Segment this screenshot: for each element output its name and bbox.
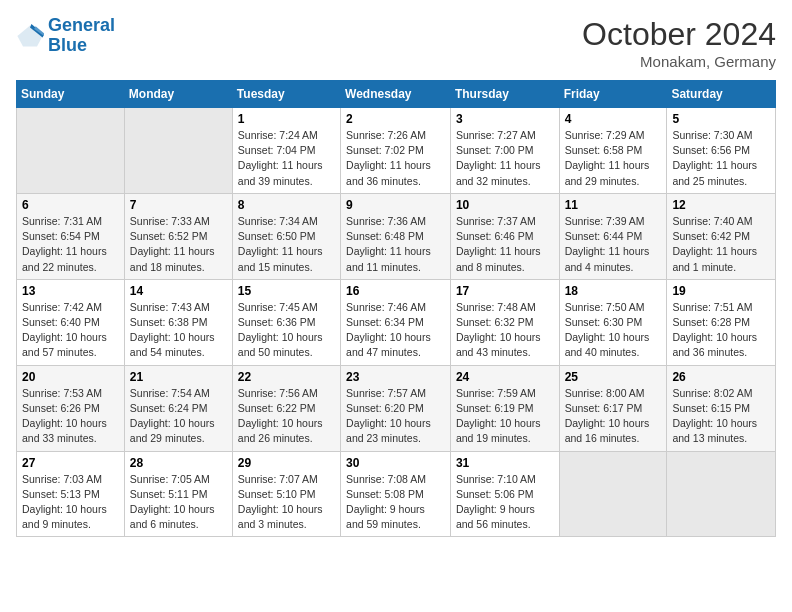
day-number: 15 — [238, 284, 335, 298]
day-cell — [559, 451, 667, 537]
day-info: Sunrise: 7:27 AM Sunset: 7:00 PM Dayligh… — [456, 128, 554, 189]
day-number: 24 — [456, 370, 554, 384]
day-cell: 14Sunrise: 7:43 AM Sunset: 6:38 PM Dayli… — [124, 279, 232, 365]
calendar-body: 1Sunrise: 7:24 AM Sunset: 7:04 PM Daylig… — [17, 108, 776, 537]
day-cell: 1Sunrise: 7:24 AM Sunset: 7:04 PM Daylig… — [232, 108, 340, 194]
day-cell: 8Sunrise: 7:34 AM Sunset: 6:50 PM Daylig… — [232, 193, 340, 279]
title-block: October 2024 Monakam, Germany — [582, 16, 776, 70]
day-cell: 26Sunrise: 8:02 AM Sunset: 6:15 PM Dayli… — [667, 365, 776, 451]
day-cell: 23Sunrise: 7:57 AM Sunset: 6:20 PM Dayli… — [341, 365, 451, 451]
day-number: 17 — [456, 284, 554, 298]
day-info: Sunrise: 7:59 AM Sunset: 6:19 PM Dayligh… — [456, 386, 554, 447]
calendar-header: SundayMondayTuesdayWednesdayThursdayFrid… — [17, 81, 776, 108]
day-cell: 27Sunrise: 7:03 AM Sunset: 5:13 PM Dayli… — [17, 451, 125, 537]
day-number: 1 — [238, 112, 335, 126]
day-cell: 10Sunrise: 7:37 AM Sunset: 6:46 PM Dayli… — [450, 193, 559, 279]
day-cell — [17, 108, 125, 194]
day-cell: 3Sunrise: 7:27 AM Sunset: 7:00 PM Daylig… — [450, 108, 559, 194]
day-number: 21 — [130, 370, 227, 384]
day-number: 4 — [565, 112, 662, 126]
day-number: 20 — [22, 370, 119, 384]
day-number: 3 — [456, 112, 554, 126]
day-info: Sunrise: 7:30 AM Sunset: 6:56 PM Dayligh… — [672, 128, 770, 189]
logo-icon — [16, 22, 44, 50]
day-info: Sunrise: 7:05 AM Sunset: 5:11 PM Dayligh… — [130, 472, 227, 533]
day-info: Sunrise: 7:08 AM Sunset: 5:08 PM Dayligh… — [346, 472, 445, 533]
day-number: 22 — [238, 370, 335, 384]
day-number: 13 — [22, 284, 119, 298]
day-cell: 22Sunrise: 7:56 AM Sunset: 6:22 PM Dayli… — [232, 365, 340, 451]
day-cell: 29Sunrise: 7:07 AM Sunset: 5:10 PM Dayli… — [232, 451, 340, 537]
day-number: 9 — [346, 198, 445, 212]
day-cell: 7Sunrise: 7:33 AM Sunset: 6:52 PM Daylig… — [124, 193, 232, 279]
page-header: General Blue October 2024 Monakam, Germa… — [16, 16, 776, 70]
day-info: Sunrise: 7:10 AM Sunset: 5:06 PM Dayligh… — [456, 472, 554, 533]
day-info: Sunrise: 8:02 AM Sunset: 6:15 PM Dayligh… — [672, 386, 770, 447]
day-number: 6 — [22, 198, 119, 212]
day-info: Sunrise: 8:00 AM Sunset: 6:17 PM Dayligh… — [565, 386, 662, 447]
day-info: Sunrise: 7:07 AM Sunset: 5:10 PM Dayligh… — [238, 472, 335, 533]
day-number: 30 — [346, 456, 445, 470]
day-cell: 25Sunrise: 8:00 AM Sunset: 6:17 PM Dayli… — [559, 365, 667, 451]
day-number: 19 — [672, 284, 770, 298]
day-info: Sunrise: 7:56 AM Sunset: 6:22 PM Dayligh… — [238, 386, 335, 447]
col-header-friday: Friday — [559, 81, 667, 108]
day-number: 31 — [456, 456, 554, 470]
day-info: Sunrise: 7:03 AM Sunset: 5:13 PM Dayligh… — [22, 472, 119, 533]
day-number: 23 — [346, 370, 445, 384]
day-info: Sunrise: 7:57 AM Sunset: 6:20 PM Dayligh… — [346, 386, 445, 447]
week-row-3: 13Sunrise: 7:42 AM Sunset: 6:40 PM Dayli… — [17, 279, 776, 365]
day-info: Sunrise: 7:53 AM Sunset: 6:26 PM Dayligh… — [22, 386, 119, 447]
day-info: Sunrise: 7:39 AM Sunset: 6:44 PM Dayligh… — [565, 214, 662, 275]
day-info: Sunrise: 7:51 AM Sunset: 6:28 PM Dayligh… — [672, 300, 770, 361]
month-title: October 2024 — [582, 16, 776, 53]
day-number: 26 — [672, 370, 770, 384]
day-info: Sunrise: 7:33 AM Sunset: 6:52 PM Dayligh… — [130, 214, 227, 275]
day-cell: 17Sunrise: 7:48 AM Sunset: 6:32 PM Dayli… — [450, 279, 559, 365]
day-info: Sunrise: 7:36 AM Sunset: 6:48 PM Dayligh… — [346, 214, 445, 275]
logo: General Blue — [16, 16, 115, 56]
day-cell: 5Sunrise: 7:30 AM Sunset: 6:56 PM Daylig… — [667, 108, 776, 194]
col-header-monday: Monday — [124, 81, 232, 108]
day-info: Sunrise: 7:26 AM Sunset: 7:02 PM Dayligh… — [346, 128, 445, 189]
day-number: 14 — [130, 284, 227, 298]
day-cell: 21Sunrise: 7:54 AM Sunset: 6:24 PM Dayli… — [124, 365, 232, 451]
day-number: 8 — [238, 198, 335, 212]
day-info: Sunrise: 7:24 AM Sunset: 7:04 PM Dayligh… — [238, 128, 335, 189]
day-cell: 28Sunrise: 7:05 AM Sunset: 5:11 PM Dayli… — [124, 451, 232, 537]
day-info: Sunrise: 7:43 AM Sunset: 6:38 PM Dayligh… — [130, 300, 227, 361]
day-info: Sunrise: 7:46 AM Sunset: 6:34 PM Dayligh… — [346, 300, 445, 361]
col-header-sunday: Sunday — [17, 81, 125, 108]
day-cell: 13Sunrise: 7:42 AM Sunset: 6:40 PM Dayli… — [17, 279, 125, 365]
day-cell: 12Sunrise: 7:40 AM Sunset: 6:42 PM Dayli… — [667, 193, 776, 279]
logo-text: General Blue — [48, 16, 115, 56]
day-cell: 24Sunrise: 7:59 AM Sunset: 6:19 PM Dayli… — [450, 365, 559, 451]
col-header-saturday: Saturday — [667, 81, 776, 108]
day-cell — [667, 451, 776, 537]
day-cell: 18Sunrise: 7:50 AM Sunset: 6:30 PM Dayli… — [559, 279, 667, 365]
day-cell: 15Sunrise: 7:45 AM Sunset: 6:36 PM Dayli… — [232, 279, 340, 365]
day-number: 25 — [565, 370, 662, 384]
week-row-5: 27Sunrise: 7:03 AM Sunset: 5:13 PM Dayli… — [17, 451, 776, 537]
day-cell: 4Sunrise: 7:29 AM Sunset: 6:58 PM Daylig… — [559, 108, 667, 194]
day-info: Sunrise: 7:29 AM Sunset: 6:58 PM Dayligh… — [565, 128, 662, 189]
day-number: 2 — [346, 112, 445, 126]
day-number: 28 — [130, 456, 227, 470]
day-cell: 11Sunrise: 7:39 AM Sunset: 6:44 PM Dayli… — [559, 193, 667, 279]
week-row-2: 6Sunrise: 7:31 AM Sunset: 6:54 PM Daylig… — [17, 193, 776, 279]
day-number: 18 — [565, 284, 662, 298]
day-number: 10 — [456, 198, 554, 212]
day-number: 27 — [22, 456, 119, 470]
day-cell: 2Sunrise: 7:26 AM Sunset: 7:02 PM Daylig… — [341, 108, 451, 194]
day-cell: 16Sunrise: 7:46 AM Sunset: 6:34 PM Dayli… — [341, 279, 451, 365]
day-info: Sunrise: 7:40 AM Sunset: 6:42 PM Dayligh… — [672, 214, 770, 275]
location-subtitle: Monakam, Germany — [582, 53, 776, 70]
day-info: Sunrise: 7:31 AM Sunset: 6:54 PM Dayligh… — [22, 214, 119, 275]
day-number: 7 — [130, 198, 227, 212]
day-cell: 9Sunrise: 7:36 AM Sunset: 6:48 PM Daylig… — [341, 193, 451, 279]
svg-marker-0 — [17, 25, 42, 46]
calendar-table: SundayMondayTuesdayWednesdayThursdayFrid… — [16, 80, 776, 537]
day-cell — [124, 108, 232, 194]
day-cell: 31Sunrise: 7:10 AM Sunset: 5:06 PM Dayli… — [450, 451, 559, 537]
day-info: Sunrise: 7:50 AM Sunset: 6:30 PM Dayligh… — [565, 300, 662, 361]
